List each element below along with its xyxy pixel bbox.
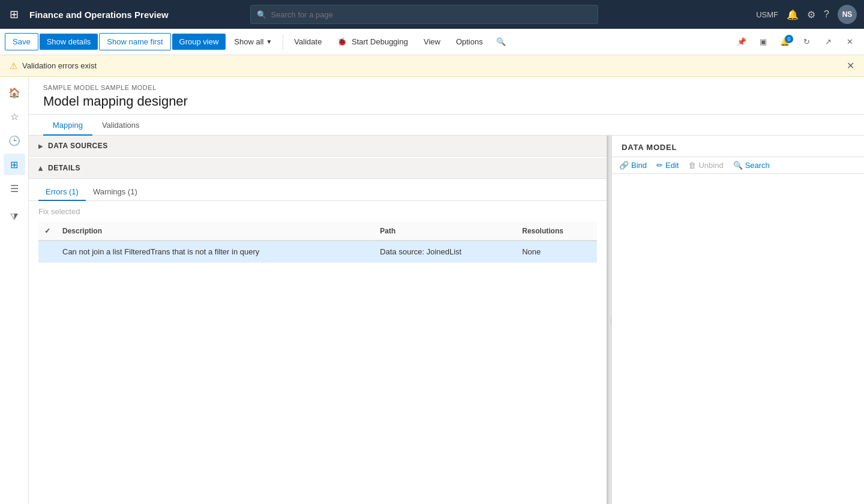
close-icon[interactable]: ✕	[840, 32, 859, 52]
col-check: ✓	[38, 222, 56, 241]
check-all-icon[interactable]: ✓	[44, 227, 50, 235]
details-section: Errors (1) Warnings (1) Fix selected	[29, 179, 607, 272]
separator	[283, 35, 283, 49]
error-table-container: ✓ Description Path Resolutions	[29, 222, 607, 272]
data-model-title: DATA MODEL	[612, 136, 864, 157]
left-sidebar: 🏠 ☆ 🕒 ⊞ ☰ ⧩	[0, 77, 29, 504]
unbind-icon: 🗑	[688, 161, 696, 170]
refresh-icon[interactable]: ↻	[797, 32, 816, 52]
content-split: ▶ DATA SOURCES ◀ DETAILS Errors (1)	[29, 136, 864, 504]
view-button[interactable]: View	[416, 34, 448, 50]
error-table: ✓ Description Path Resolutions	[38, 222, 597, 263]
show-name-first-button[interactable]: Show name first	[99, 33, 170, 50]
fix-selected-button[interactable]: Fix selected	[38, 207, 80, 216]
app-title: Finance and Operations Preview	[29, 10, 169, 20]
search-dm-button[interactable]: 🔍 Search	[733, 161, 770, 170]
tab-mapping[interactable]: Mapping	[43, 115, 92, 136]
validation-banner: ⚠ Validation errors exist ✕	[0, 55, 864, 77]
grid-icon[interactable]: ⊞	[7, 5, 21, 23]
fix-selected-area: Fix selected	[29, 201, 607, 222]
start-debugging-button[interactable]: 🐞 Start Debugging	[330, 34, 415, 50]
validation-text: Validation errors exist	[22, 61, 97, 70]
page-header: SAMPLE MODEL SAMPLE MODEL Model mapping …	[29, 77, 864, 115]
pin-icon[interactable]: 📌	[732, 32, 751, 52]
settings-icon[interactable]: ⚙	[807, 9, 815, 20]
top-nav-right: USMF 🔔 ⚙ ? NS	[756, 5, 857, 24]
badge-icon[interactable]: 🔔 0	[775, 32, 794, 52]
sidebar-icon-favorites[interactable]: ☆	[4, 106, 25, 127]
details-section-header[interactable]: ◀ DETAILS	[29, 158, 607, 179]
page-tabs: Mapping Validations	[29, 115, 864, 136]
top-nav: ⊞ Finance and Operations Preview 🔍 USMF …	[0, 0, 864, 29]
tab-validations[interactable]: Validations	[92, 115, 149, 136]
tab-warnings[interactable]: Warnings (1)	[86, 184, 145, 201]
expand-icon: ▶	[38, 143, 43, 149]
sidebar-icon-list[interactable]: ☰	[4, 178, 25, 199]
page-title: Model mapping designer	[43, 94, 850, 109]
row-path: Data source: JoinedList	[374, 241, 516, 263]
debug-icon: 🐞	[337, 37, 347, 46]
breadcrumb: SAMPLE MODEL SAMPLE MODEL	[43, 84, 850, 91]
col-path: Path	[374, 222, 516, 241]
open-external-icon[interactable]: ↗	[818, 32, 838, 52]
panel-icon[interactable]: ▣	[754, 32, 773, 52]
row-description: Can not join a list FilteredTrans that i…	[56, 241, 374, 263]
bind-button[interactable]: 🔗 Bind	[619, 161, 647, 170]
unbind-button[interactable]: 🗑 Unbind	[688, 161, 723, 170]
cmd-right: 📌 ▣ 🔔 0 ↻ ↗ ✕	[732, 32, 859, 52]
show-details-button[interactable]: Show details	[40, 34, 98, 50]
edit-icon: ✏	[656, 161, 663, 170]
avatar[interactable]: NS	[838, 5, 857, 24]
show-all-button[interactable]: Show all ▼	[227, 34, 279, 50]
search-cmd-icon[interactable]: 🔍	[491, 32, 511, 52]
sidebar-icon-recent[interactable]: 🕒	[4, 130, 25, 151]
group-view-button[interactable]: Group view	[172, 34, 226, 50]
options-button[interactable]: Options	[449, 34, 490, 50]
col-resolutions: Resolutions	[516, 222, 597, 241]
edit-button[interactable]: ✏ Edit	[656, 161, 679, 170]
search-bar[interactable]: 🔍	[250, 5, 598, 24]
data-model-toolbar: 🔗 Bind ✏ Edit 🗑 Unbind 🔍 Search	[612, 157, 864, 174]
user-label: USMF	[756, 10, 778, 19]
content-area: SAMPLE MODEL SAMPLE MODEL Model mapping …	[29, 77, 864, 504]
search-icon: 🔍	[733, 161, 743, 170]
save-button[interactable]: Save	[5, 33, 38, 50]
link-icon: 🔗	[619, 161, 629, 170]
chevron-down-icon: ▼	[266, 38, 272, 45]
help-icon[interactable]: ?	[824, 9, 829, 20]
data-sources-label: DATA SOURCES	[48, 142, 108, 150]
col-description: Description	[56, 222, 374, 241]
banner-close-button[interactable]: ✕	[847, 60, 854, 71]
filter-icon[interactable]: ⧩	[4, 206, 25, 228]
tab-errors[interactable]: Errors (1)	[38, 184, 86, 201]
details-tabs: Errors (1) Warnings (1)	[29, 179, 607, 201]
notification-icon[interactable]: 🔔	[787, 9, 799, 20]
warning-icon: ⚠	[10, 61, 17, 71]
table-row[interactable]: Can not join a list FilteredTrans that i…	[38, 241, 597, 263]
search-icon: 🔍	[257, 10, 266, 19]
validate-button[interactable]: Validate	[287, 34, 329, 50]
sidebar-icon-home[interactable]: 🏠	[4, 82, 25, 103]
right-panel: DATA MODEL 🔗 Bind ✏ Edit 🗑 Unbind	[612, 136, 864, 504]
left-panel: ▶ DATA SOURCES ◀ DETAILS Errors (1)	[29, 136, 608, 504]
search-input[interactable]	[271, 10, 592, 19]
main-layout: 🏠 ☆ 🕒 ⊞ ☰ ⧩ SAMPLE MODEL SAMPLE MODEL Mo…	[0, 77, 864, 504]
row-check	[38, 241, 56, 263]
row-resolutions: None	[516, 241, 597, 263]
details-label: DETAILS	[48, 164, 80, 172]
sidebar-icon-workspaces[interactable]: ⊞	[4, 154, 25, 175]
data-sources-section-header[interactable]: ▶ DATA SOURCES	[29, 136, 607, 157]
command-bar: Save Show details Show name first Group …	[0, 29, 864, 55]
collapse-icon: ◀	[38, 166, 44, 170]
